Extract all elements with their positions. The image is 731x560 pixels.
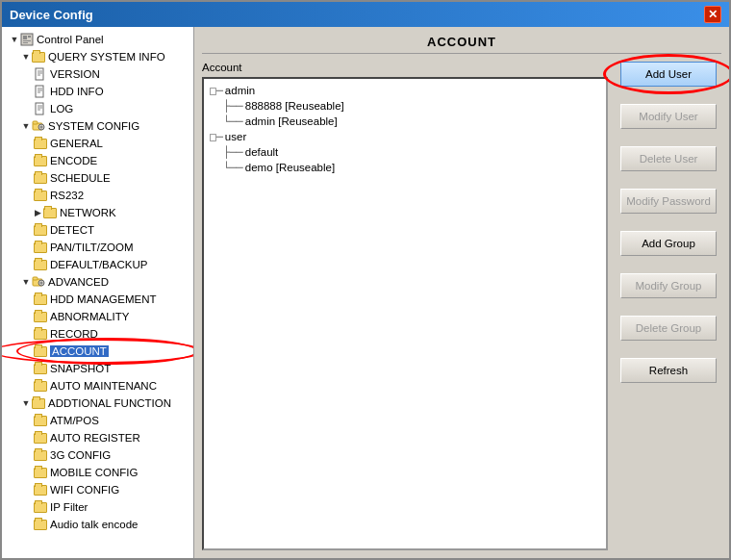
title-bar: Device Config ✕: [2, 2, 729, 27]
expand-arrow-net: ▶: [33, 208, 42, 217]
expand-arrow-query: ▼: [21, 52, 31, 62]
add-group-button[interactable]: Add Group: [620, 231, 717, 256]
right-panel: ACCOUNT Account □─ admin ├── 888888 [: [194, 27, 729, 558]
tree-line-user: □─: [210, 130, 223, 143]
sidebar-item-auto-maintenance[interactable]: AUTO MAINTENANC: [2, 377, 193, 395]
general-folder-icon: [33, 136, 48, 151]
account-tree-user-demo[interactable]: └── demo [Reuseable]: [208, 160, 602, 175]
sidebar-label-network: NETWORK: [60, 207, 116, 218]
sidebar-item-network[interactable]: ▶ NETWORK: [2, 204, 193, 221]
svg-rect-4: [23, 42, 28, 43]
sidebar-label-advanced: ADVANCED: [48, 276, 109, 288]
account-tree-user-default[interactable]: ├── default: [208, 144, 602, 160]
add-user-wrapper: Add User: [620, 62, 717, 87]
account-folder-icon: [33, 344, 48, 359]
sidebar-label-record: RECORD: [50, 328, 98, 340]
sidebar-item-record[interactable]: RECORD: [2, 325, 193, 343]
account-tree-admin[interactable]: □─ admin: [208, 83, 602, 98]
sidebar-item-atm-pos[interactable]: ATM/POS: [2, 412, 193, 429]
delete-user-button[interactable]: Delete User: [620, 146, 717, 171]
hdd-info-doc-icon: [33, 84, 48, 99]
account-tree-user[interactable]: □─ user: [208, 129, 602, 144]
sidebar-label-auto-register: AUTO REGISTER: [50, 432, 140, 444]
modify-group-button[interactable]: Modify Group: [620, 273, 717, 298]
tree-line-888: ├──: [223, 99, 243, 113]
sidebar-item-hdd-info[interactable]: HDD INFO: [2, 83, 193, 100]
sidebar: ▼ Control Panel ▼ QUERY SYSTEM INFO VERS…: [2, 27, 194, 558]
modify-user-button[interactable]: Modify User: [620, 104, 717, 129]
account-tree-admin-reuse-label: admin [Reuseable]: [245, 115, 338, 127]
sidebar-item-mobile-config[interactable]: MOBILE CONFIG: [2, 464, 193, 481]
sidebar-item-3g-config[interactable]: 3G CONFIG: [2, 446, 193, 464]
sidebar-label-hdd-info: HDD INFO: [50, 86, 104, 97]
tree-line-admin-reuse: └──: [223, 115, 243, 128]
expand-arrow: ▼: [10, 35, 19, 44]
sidebar-label-account: ACCOUNT: [50, 345, 109, 357]
close-button[interactable]: ✕: [704, 6, 721, 23]
sidebar-label-rs232: RS232: [50, 190, 84, 201]
account-tree-admin-reuse[interactable]: └── admin [Reuseable]: [208, 114, 602, 129]
sidebar-item-encode[interactable]: ENCODE: [2, 152, 193, 169]
sidebar-label-abnormality: ABNORMALITY: [50, 311, 129, 322]
sidebar-label-default-backup: DEFAULT/BACKUP: [50, 259, 147, 270]
sidebar-item-additional-function[interactable]: ▼ ADDTIONAL FUNCTION: [2, 395, 193, 412]
sidebar-item-detect[interactable]: DETECT: [2, 221, 193, 239]
ptz-folder-icon: [33, 240, 48, 255]
modify-password-button[interactable]: Modify Password: [620, 189, 717, 214]
sidebar-label-mobile: MOBILE CONFIG: [50, 467, 138, 478]
sidebar-item-general[interactable]: GENERAL: [2, 135, 193, 152]
schedule-folder-icon: [33, 170, 48, 186]
abnormality-folder-icon: [33, 309, 48, 324]
sidebar-item-schedule[interactable]: SCHEDULE: [2, 169, 193, 187]
sidebar-label-ptz: PAN/TILT/ZOOM: [50, 242, 133, 253]
account-tree-admin-label: admin: [225, 85, 255, 96]
panel-title: ACCOUNT: [202, 35, 721, 49]
svg-rect-5: [36, 68, 43, 80]
sidebar-label-snapshot: SNAPSHOT: [50, 363, 111, 374]
detect-folder-icon: [33, 222, 48, 238]
main-content: ▼ Control Panel ▼ QUERY SYSTEM INFO VERS…: [2, 27, 729, 558]
sidebar-item-hdd-management[interactable]: HDD MANAGEMENT: [2, 291, 193, 308]
control-panel-icon: [19, 32, 35, 47]
account-tree-admin-888[interactable]: ├── 888888 [Reuseable]: [208, 98, 602, 114]
account-tree-user-demo-label: demo [Reuseable]: [245, 162, 335, 173]
sidebar-item-snapshot[interactable]: SNAPSHOT: [2, 360, 193, 377]
sidebar-root[interactable]: ▼ Control Panel: [2, 31, 193, 48]
sidebar-item-pan-tilt-zoom[interactable]: PAN/TILT/ZOOM: [2, 239, 193, 256]
add-user-button[interactable]: Add User: [620, 62, 717, 87]
svg-rect-18: [33, 121, 38, 124]
sidebar-item-advanced[interactable]: ▼ ADVANCED: [2, 273, 193, 291]
tree-line-admin: □─: [210, 84, 223, 97]
sidebar-label-3g: 3G CONFIG: [50, 449, 111, 461]
sidebar-item-auto-register[interactable]: AUTO REGISTER: [2, 429, 193, 446]
wifi-folder-icon: [33, 482, 48, 497]
panel-divider: [202, 53, 721, 54]
sidebar-label-audio-talk: Audio talk encode: [50, 519, 138, 530]
refresh-button[interactable]: Refresh: [620, 358, 717, 383]
sidebar-label-general: GENERAL: [50, 138, 103, 149]
atm-folder-icon: [33, 413, 48, 428]
sidebar-item-default-backup[interactable]: DEFAULT/BACKUP: [2, 256, 193, 273]
snapshot-folder-icon: [33, 361, 48, 376]
sidebar-label-wifi: WIFI CONFIG: [50, 484, 119, 496]
window-title: Device Config: [10, 8, 93, 22]
network-folder-icon: [42, 205, 58, 220]
sidebar-label-auto-maintenance: AUTO MAINTENANC: [50, 380, 157, 392]
record-folder-icon: [33, 326, 48, 342]
panel-body: Account □─ admin ├── 888888 [Reuseable] …: [202, 62, 721, 550]
sidebar-label-atm: ATM/POS: [50, 415, 99, 426]
sidebar-item-audio-talk[interactable]: Audio talk encode: [2, 516, 193, 533]
sidebar-item-log[interactable]: LOG: [2, 100, 193, 117]
version-doc-icon: [33, 66, 48, 82]
sidebar-item-abnormality[interactable]: ABNORMALITY: [2, 308, 193, 325]
sidebar-item-ip-filter[interactable]: IP Filter: [2, 498, 193, 516]
delete-group-button[interactable]: Delete Group: [620, 316, 717, 341]
3g-folder-icon: [33, 447, 48, 463]
svg-rect-3: [23, 40, 31, 41]
sidebar-item-wifi-config[interactable]: WIFI CONFIG: [2, 481, 193, 498]
sidebar-item-account[interactable]: ACCOUNT: [2, 343, 193, 360]
sidebar-item-version[interactable]: VERSION: [2, 65, 193, 83]
sidebar-item-rs232[interactable]: RS232: [2, 187, 193, 204]
sidebar-item-system-config[interactable]: ▼ SYSTEM CONFIG: [2, 117, 193, 135]
sidebar-item-query-system-info[interactable]: ▼ QUERY SYSTEM INFO: [2, 48, 193, 65]
